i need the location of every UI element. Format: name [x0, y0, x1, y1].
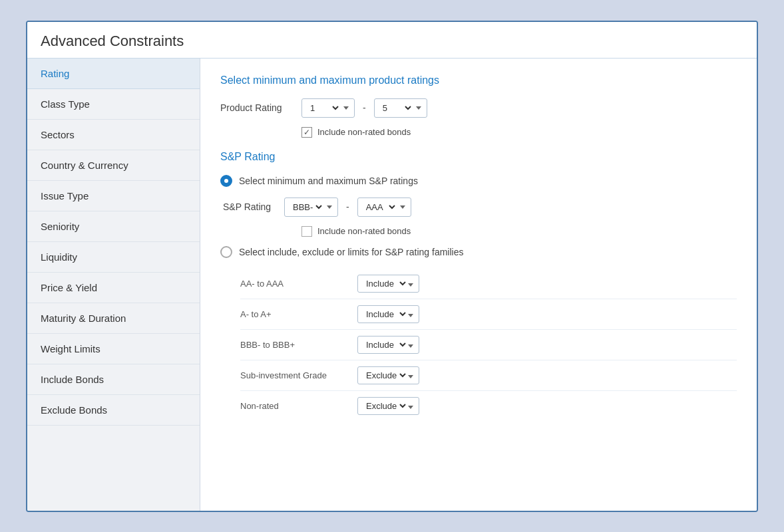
sp-rating-max-select[interactable]: BBB-BB-A-AA-AAA [357, 198, 411, 217]
sidebar-item-liquidity[interactable]: Liquidity [27, 242, 200, 273]
family-label-bbb-to-bbb-plus: BBB- to BBB+ [240, 340, 347, 350]
sp-rating-row: S&P Rating BBB-BB-A-AA-AAA - BBB-BB-A-AA… [223, 198, 737, 217]
family-select-a-to-a-plus[interactable]: IncludeExcludeInduce [357, 305, 419, 323]
sidebar-item-weight-limits[interactable]: Weight Limits [27, 334, 200, 364]
sp-radio-families-label: Select include, exclude or limits for S&… [239, 247, 463, 257]
sidebar-item-sectors[interactable]: Sectors [27, 120, 200, 150]
product-rating-label: Product Rating [220, 102, 294, 113]
family-dropdown-a-to-a-plus[interactable]: IncludeExcludeInduce [363, 309, 408, 320]
sidebar-item-price-yield[interactable]: Price & Yield [27, 273, 200, 303]
chevron-down-icon [408, 283, 413, 287]
family-row-sub-investment: Sub-investment GradeIncludeExcludeInduce [240, 360, 737, 391]
chevron-down-icon [343, 106, 349, 110]
family-label-aa-to-aaa: AA- to AAA [240, 279, 347, 289]
family-dropdown-sub-investment[interactable]: IncludeExcludeInduce [363, 370, 408, 381]
sidebar-item-exclude-bonds[interactable]: Exclude Bonds [27, 395, 200, 426]
product-rating-row: Product Rating 12345 - 12345 [220, 98, 737, 118]
family-select-aa-to-aaa[interactable]: IncludeExcludeInduce [357, 275, 419, 293]
product-include-non-rated-row: ✓ Include non-rated bonds [301, 127, 737, 138]
family-dropdown-aa-to-aaa[interactable]: IncludeExcludeInduce [363, 278, 408, 289]
family-dropdown-bbb-to-bbb-plus[interactable]: IncludeExcludeInduce [363, 339, 408, 350]
sp-rating-min-dropdown[interactable]: BBB-BB-A-AA-AAA [290, 201, 324, 213]
family-select-sub-investment[interactable]: IncludeExcludeInduce [357, 366, 419, 384]
sp-radio-min-max-label: Select minimum and maximum S&P ratings [239, 176, 418, 186]
sp-radio-min-max-row: Select minimum and maximum S&P ratings [220, 175, 737, 187]
sp-rating-max-dropdown[interactable]: BBB-BB-A-AA-AAA [363, 201, 397, 213]
sp-rating-min-select[interactable]: BBB-BB-A-AA-AAA [284, 198, 338, 217]
sidebar-item-issue-type[interactable]: Issue Type [27, 181, 200, 211]
chevron-down-icon [327, 205, 332, 209]
window-title: Advanced Constraints [41, 33, 743, 50]
product-rating-min-dropdown[interactable]: 12345 [307, 102, 341, 114]
family-select-bbb-to-bbb-plus[interactable]: IncludeExcludeInduce [357, 336, 419, 354]
chevron-down-icon [408, 314, 413, 317]
sidebar-item-include-bonds[interactable]: Include Bonds [27, 364, 200, 395]
sp-radio-families-button[interactable] [220, 246, 232, 258]
family-row-non-rated: Non-ratedIncludeExcludeInduce [240, 391, 737, 421]
sidebar-item-country-currency[interactable]: Country & Currency [27, 150, 200, 181]
sp-include-non-rated-label: Include non-rated bonds [317, 226, 411, 236]
sidebar-item-maturity-duration[interactable]: Maturity & Duration [27, 303, 200, 334]
product-rating-max-select[interactable]: 12345 [374, 98, 427, 118]
content-area: RatingClass TypeSectorsCountry & Currenc… [27, 59, 757, 511]
separator: - [363, 102, 366, 113]
main-window: Advanced Constraints RatingClass TypeSec… [26, 21, 758, 512]
main-panel: Select minimum and maximum product ratin… [200, 59, 757, 511]
sidebar: RatingClass TypeSectorsCountry & Currenc… [27, 59, 200, 511]
family-label-a-to-a-plus: A- to A+ [240, 309, 347, 319]
title-bar: Advanced Constraints [27, 22, 757, 59]
product-rating-title: Select minimum and maximum product ratin… [220, 74, 737, 86]
product-include-non-rated-label: Include non-rated bonds [317, 127, 411, 137]
chevron-down-icon [408, 375, 413, 378]
family-row-aa-to-aaa: AA- to AAAIncludeExcludeInduce [240, 269, 737, 299]
sidebar-item-class-type[interactable]: Class Type [27, 89, 200, 120]
chevron-down-icon [416, 106, 421, 110]
chevron-down-icon [408, 344, 413, 348]
family-dropdown-non-rated[interactable]: IncludeExcludeInduce [363, 400, 408, 412]
sp-radio-min-max-button[interactable] [220, 175, 232, 187]
product-rating-max-dropdown[interactable]: 12345 [380, 102, 413, 114]
product-include-non-rated-checkbox[interactable]: ✓ [301, 127, 312, 138]
family-row-bbb-to-bbb-plus: BBB- to BBB+IncludeExcludeInduce [240, 330, 737, 360]
sp-include-non-rated-checkbox[interactable] [301, 226, 312, 237]
sidebar-item-seniority[interactable]: Seniority [27, 211, 200, 242]
chevron-down-icon [400, 205, 405, 209]
sidebar-item-rating[interactable]: Rating [27, 59, 200, 89]
rating-families: AA- to AAAIncludeExcludeInduceA- to A+In… [240, 269, 737, 421]
family-label-sub-investment: Sub-investment Grade [240, 370, 347, 380]
sp-separator: - [346, 201, 349, 212]
sp-rating-label: S&P Rating [223, 201, 276, 212]
chevron-down-icon [408, 406, 413, 409]
family-label-non-rated: Non-rated [240, 401, 347, 411]
family-select-non-rated[interactable]: IncludeExcludeInduce [357, 397, 419, 415]
sp-rating-title: S&P Rating [220, 151, 737, 163]
sp-radio-families-row: Select include, exclude or limits for S&… [220, 246, 737, 258]
product-rating-min-select[interactable]: 12345 [301, 98, 355, 118]
family-row-a-to-a-plus: A- to A+IncludeExcludeInduce [240, 299, 737, 330]
sp-include-non-rated-row: Include non-rated bonds [301, 226, 737, 237]
